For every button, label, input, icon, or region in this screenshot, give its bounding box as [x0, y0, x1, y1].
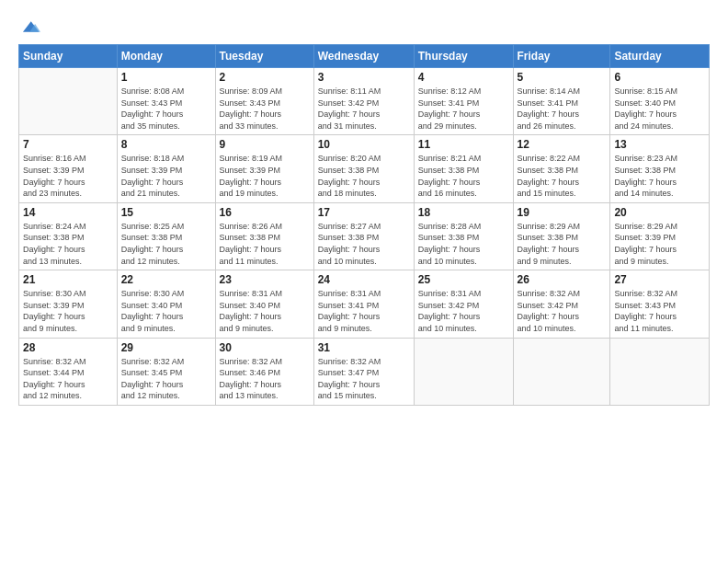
day-number: 31: [318, 341, 410, 354]
day-info: Sunrise: 8:32 AM Sunset: 3:42 PM Dayligh…: [518, 288, 607, 334]
day-number: 25: [418, 273, 509, 286]
day-info: Sunrise: 8:32 AM Sunset: 3:43 PM Dayligh…: [614, 288, 705, 334]
page: SundayMondayTuesdayWednesdayThursdayFrid…: [0, 0, 728, 563]
day-number: 8: [121, 138, 211, 151]
day-info: Sunrise: 8:24 AM Sunset: 3:38 PM Dayligh…: [23, 221, 113, 267]
logo: [18, 17, 40, 37]
day-number: 30: [220, 341, 310, 354]
calendar-cell: 17Sunrise: 8:27 AM Sunset: 3:38 PM Dayli…: [313, 202, 414, 270]
day-number: 20: [614, 206, 705, 219]
day-number: 28: [23, 341, 113, 354]
day-number: 23: [220, 273, 310, 286]
calendar-day-header: Saturday: [610, 45, 710, 68]
calendar-cell: 16Sunrise: 8:26 AM Sunset: 3:38 PM Dayli…: [215, 202, 313, 270]
calendar-cell: [414, 338, 513, 405]
calendar-cell: 15Sunrise: 8:25 AM Sunset: 3:38 PM Dayli…: [117, 202, 215, 270]
day-info: Sunrise: 8:32 AM Sunset: 3:45 PM Dayligh…: [121, 356, 211, 402]
day-info: Sunrise: 8:08 AM Sunset: 3:43 PM Dayligh…: [121, 86, 211, 132]
day-number: 17: [318, 206, 410, 219]
calendar-week-row: 28Sunrise: 8:32 AM Sunset: 3:44 PM Dayli…: [19, 338, 710, 405]
calendar-day-header: Thursday: [414, 45, 513, 68]
calendar-cell: 20Sunrise: 8:29 AM Sunset: 3:39 PM Dayli…: [610, 202, 710, 270]
day-info: Sunrise: 8:09 AM Sunset: 3:43 PM Dayligh…: [220, 86, 310, 132]
day-info: Sunrise: 8:14 AM Sunset: 3:41 PM Dayligh…: [518, 86, 607, 132]
day-info: Sunrise: 8:11 AM Sunset: 3:42 PM Dayligh…: [318, 86, 410, 132]
day-number: 19: [518, 206, 607, 219]
calendar-cell: 8Sunrise: 8:18 AM Sunset: 3:39 PM Daylig…: [117, 135, 215, 202]
calendar-week-row: 7Sunrise: 8:16 AM Sunset: 3:39 PM Daylig…: [19, 135, 710, 202]
day-number: 7: [23, 138, 113, 151]
calendar-cell: 29Sunrise: 8:32 AM Sunset: 3:45 PM Dayli…: [117, 338, 215, 405]
day-info: Sunrise: 8:32 AM Sunset: 3:44 PM Dayligh…: [23, 356, 113, 402]
day-number: 27: [614, 273, 705, 286]
calendar-day-header: Tuesday: [215, 45, 313, 68]
calendar-cell: 6Sunrise: 8:15 AM Sunset: 3:40 PM Daylig…: [610, 68, 710, 135]
calendar-week-row: 1Sunrise: 8:08 AM Sunset: 3:43 PM Daylig…: [19, 68, 710, 135]
calendar-cell: 28Sunrise: 8:32 AM Sunset: 3:44 PM Dayli…: [19, 338, 118, 405]
calendar-cell: 11Sunrise: 8:21 AM Sunset: 3:38 PM Dayli…: [414, 135, 513, 202]
day-info: Sunrise: 8:28 AM Sunset: 3:38 PM Dayligh…: [418, 221, 509, 267]
calendar-cell: [610, 338, 710, 405]
day-info: Sunrise: 8:25 AM Sunset: 3:38 PM Dayligh…: [121, 221, 211, 267]
calendar-header-row: SundayMondayTuesdayWednesdayThursdayFrid…: [19, 45, 710, 68]
day-info: Sunrise: 8:26 AM Sunset: 3:38 PM Dayligh…: [220, 221, 310, 267]
calendar-cell: 10Sunrise: 8:20 AM Sunset: 3:38 PM Dayli…: [313, 135, 414, 202]
header: [18, 17, 710, 37]
calendar-cell: 7Sunrise: 8:16 AM Sunset: 3:39 PM Daylig…: [19, 135, 118, 202]
calendar-cell: 26Sunrise: 8:32 AM Sunset: 3:42 PM Dayli…: [513, 270, 610, 338]
calendar-cell: 22Sunrise: 8:30 AM Sunset: 3:40 PM Dayli…: [117, 270, 215, 338]
calendar-cell: 9Sunrise: 8:19 AM Sunset: 3:39 PM Daylig…: [215, 135, 313, 202]
day-number: 14: [23, 206, 113, 219]
day-info: Sunrise: 8:22 AM Sunset: 3:38 PM Dayligh…: [518, 153, 607, 199]
calendar-week-row: 21Sunrise: 8:30 AM Sunset: 3:39 PM Dayli…: [19, 270, 710, 338]
day-info: Sunrise: 8:27 AM Sunset: 3:38 PM Dayligh…: [318, 221, 410, 267]
day-info: Sunrise: 8:30 AM Sunset: 3:39 PM Dayligh…: [23, 288, 113, 334]
calendar-day-header: Monday: [117, 45, 215, 68]
day-number: 4: [418, 71, 509, 84]
day-info: Sunrise: 8:23 AM Sunset: 3:38 PM Dayligh…: [614, 153, 705, 199]
day-number: 1: [121, 71, 211, 84]
day-number: 5: [518, 71, 607, 84]
calendar-cell: 25Sunrise: 8:31 AM Sunset: 3:42 PM Dayli…: [414, 270, 513, 338]
logo-icon: [20, 17, 40, 37]
day-info: Sunrise: 8:20 AM Sunset: 3:38 PM Dayligh…: [318, 153, 410, 199]
day-number: 21: [23, 273, 113, 286]
calendar-cell: 19Sunrise: 8:29 AM Sunset: 3:38 PM Dayli…: [513, 202, 610, 270]
calendar-day-header: Sunday: [19, 45, 118, 68]
calendar-cell: 18Sunrise: 8:28 AM Sunset: 3:38 PM Dayli…: [414, 202, 513, 270]
day-info: Sunrise: 8:18 AM Sunset: 3:39 PM Dayligh…: [121, 153, 211, 199]
day-info: Sunrise: 8:29 AM Sunset: 3:39 PM Dayligh…: [614, 221, 705, 267]
calendar-cell: 3Sunrise: 8:11 AM Sunset: 3:42 PM Daylig…: [313, 68, 414, 135]
calendar-day-header: Friday: [513, 45, 610, 68]
calendar-cell: [513, 338, 610, 405]
day-number: 12: [518, 138, 607, 151]
calendar-table: SundayMondayTuesdayWednesdayThursdayFrid…: [18, 44, 710, 406]
day-number: 2: [220, 71, 310, 84]
calendar-cell: [19, 68, 118, 135]
calendar-cell: 2Sunrise: 8:09 AM Sunset: 3:43 PM Daylig…: [215, 68, 313, 135]
day-info: Sunrise: 8:32 AM Sunset: 3:47 PM Dayligh…: [318, 356, 410, 402]
day-number: 3: [318, 71, 410, 84]
day-info: Sunrise: 8:31 AM Sunset: 3:41 PM Dayligh…: [318, 288, 410, 334]
day-info: Sunrise: 8:21 AM Sunset: 3:38 PM Dayligh…: [418, 153, 509, 199]
calendar-cell: 23Sunrise: 8:31 AM Sunset: 3:40 PM Dayli…: [215, 270, 313, 338]
day-number: 11: [418, 138, 509, 151]
day-info: Sunrise: 8:16 AM Sunset: 3:39 PM Dayligh…: [23, 153, 113, 199]
day-number: 15: [121, 206, 211, 219]
day-number: 9: [220, 138, 310, 151]
day-number: 6: [614, 71, 705, 84]
day-number: 13: [614, 138, 705, 151]
calendar-day-header: Wednesday: [313, 45, 414, 68]
calendar-cell: 1Sunrise: 8:08 AM Sunset: 3:43 PM Daylig…: [117, 68, 215, 135]
calendar-cell: 27Sunrise: 8:32 AM Sunset: 3:43 PM Dayli…: [610, 270, 710, 338]
calendar-cell: 13Sunrise: 8:23 AM Sunset: 3:38 PM Dayli…: [610, 135, 710, 202]
calendar-cell: 31Sunrise: 8:32 AM Sunset: 3:47 PM Dayli…: [313, 338, 414, 405]
day-number: 10: [318, 138, 410, 151]
calendar-week-row: 14Sunrise: 8:24 AM Sunset: 3:38 PM Dayli…: [19, 202, 710, 270]
day-number: 22: [121, 273, 211, 286]
calendar-cell: 21Sunrise: 8:30 AM Sunset: 3:39 PM Dayli…: [19, 270, 118, 338]
day-number: 24: [318, 273, 410, 286]
calendar-cell: 5Sunrise: 8:14 AM Sunset: 3:41 PM Daylig…: [513, 68, 610, 135]
day-number: 16: [220, 206, 310, 219]
day-info: Sunrise: 8:31 AM Sunset: 3:42 PM Dayligh…: [418, 288, 509, 334]
